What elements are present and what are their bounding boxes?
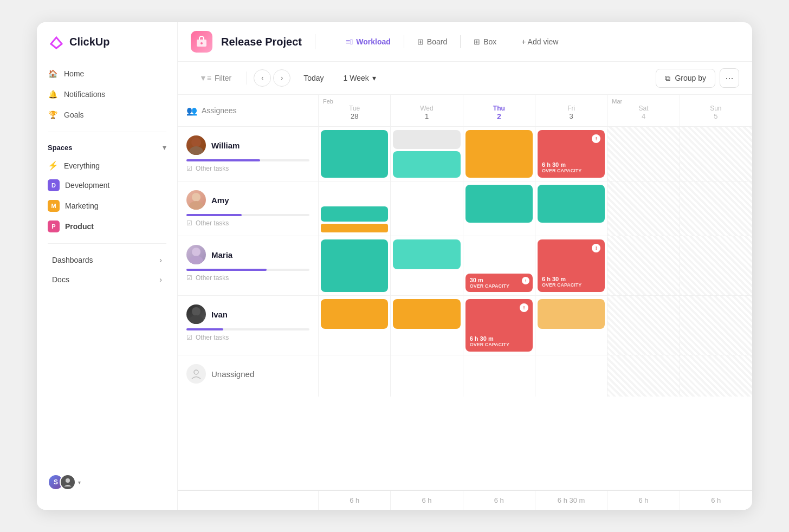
- filter-button[interactable]: ▼≡ Filter: [191, 69, 240, 87]
- nav-arrows: ‹ ›: [254, 69, 290, 87]
- week-selector-button[interactable]: 1 Week ▾: [337, 70, 383, 86]
- maria-row: Maria ☑ Other tasks: [178, 236, 752, 296]
- today-button[interactable]: Today: [297, 70, 330, 86]
- ivan-task-tue[interactable]: [321, 299, 388, 329]
- space-marketing[interactable]: M Marketing: [41, 196, 173, 216]
- toolbar-divider-1: [247, 72, 247, 85]
- william-fri3-over: ! 6 h 30 m OVER CAPACITY: [535, 127, 607, 181]
- spaces-header[interactable]: Spaces ▾: [37, 139, 177, 156]
- ivan-wed1: [391, 296, 463, 355]
- william-sat4: [607, 127, 680, 181]
- unassigned-avatar: [186, 364, 206, 384]
- unassigned-name: Unassigned: [211, 369, 254, 379]
- space-development[interactable]: D Development: [41, 175, 173, 196]
- header-tabs: ≡⃝ Workload ⊞ Board ⊞ Box: [337, 33, 505, 50]
- unassigned-header: Unassigned: [186, 364, 309, 384]
- user-avatars[interactable]: S: [48, 474, 72, 490]
- dashboards-section[interactable]: Dashboards ›: [41, 250, 173, 270]
- maria-sat4: [607, 236, 680, 295]
- nav-home[interactable]: 🏠 Home: [41, 63, 173, 84]
- spaces-label: Spaces: [48, 144, 73, 152]
- unassigned-sat4: [607, 355, 680, 397]
- amy-row: Amy ☑ Other tasks: [178, 181, 752, 236]
- nav-goals-label: Goals: [64, 111, 84, 119]
- ivan-over-label: 6 h 30 m: [470, 335, 528, 342]
- space-everything[interactable]: ⚡ Everything: [41, 156, 173, 175]
- d28-label: 28: [351, 112, 358, 120]
- empty-month2: .: [498, 98, 500, 105]
- col-header-fri3: . Fri 3: [535, 95, 607, 126]
- more-options-button[interactable]: ···: [720, 68, 739, 88]
- ivan-row: Ivan ☑ Other tasks: [178, 296, 752, 355]
- ivan-tasks-label: Other tasks: [196, 334, 229, 341]
- unassigned-wed1: [391, 355, 463, 397]
- main-content: Release Project ≡⃝ Workload ⊞ Board ⊞ Bo…: [178, 22, 752, 510]
- warning-icon-ivan: !: [520, 303, 528, 312]
- footer-sat: 6 h: [607, 491, 680, 510]
- amy-tasks-label: Other tasks: [196, 219, 229, 227]
- ivan-task-wed[interactable]: [393, 299, 460, 329]
- prev-arrow-button[interactable]: ‹: [254, 69, 271, 87]
- tab-board[interactable]: ⊞ Board: [409, 33, 456, 50]
- docs-section[interactable]: Docs ›: [41, 270, 173, 289]
- svg-point-2: [201, 42, 203, 44]
- footer-fri: 6 h 30 m: [535, 491, 607, 510]
- nav-notifications[interactable]: 🔔 Notifications: [41, 84, 173, 105]
- amy-sun5: [680, 181, 752, 236]
- ivan-sat4: [607, 296, 680, 355]
- everything-icon: ⚡: [48, 160, 59, 171]
- tab-workload[interactable]: ≡⃝ Workload: [337, 33, 399, 50]
- maria-task-tue[interactable]: [321, 239, 388, 292]
- next-arrow-button[interactable]: ›: [273, 69, 290, 87]
- docs-chevron-icon: ›: [159, 275, 162, 284]
- header-divider-1: [315, 34, 315, 49]
- ivan-avatar: [186, 304, 206, 324]
- amy-task-orange-small[interactable]: [321, 224, 388, 232]
- spaces-chevron-icon: ▾: [163, 143, 166, 152]
- maria-thu2: ! 30 m OVER CAPACITY: [463, 236, 535, 295]
- group-by-button[interactable]: ⧉ Group by: [656, 69, 715, 88]
- amy-task-thu[interactable]: [465, 185, 533, 223]
- footer-tue: 6 h: [319, 491, 391, 510]
- d2-label: 2: [497, 112, 501, 121]
- marketing-icon: M: [48, 200, 60, 212]
- calendar-area: 👥 Assignees Feb Tue 28 . Wed 1 .: [178, 95, 752, 510]
- layers-icon: ⧉: [665, 74, 670, 83]
- maria-other-tasks: ☑ Other tasks: [186, 274, 309, 282]
- nav-home-label: Home: [64, 69, 84, 78]
- main-nav: 🏠 Home 🔔 Notifications 🏆 Goals: [37, 63, 177, 125]
- space-marketing-label: Marketing: [65, 202, 98, 210]
- svg-point-5: [192, 193, 201, 202]
- filter-icon: ▼≡: [199, 74, 211, 82]
- ivan-fri3: [535, 296, 607, 355]
- william-task-tue[interactable]: [321, 130, 388, 178]
- amy-fri3: [535, 181, 607, 236]
- toolbar-right: ⧉ Group by ···: [656, 68, 739, 88]
- svg-point-8: [189, 256, 203, 264]
- svg-point-11: [194, 370, 198, 374]
- ivan-task-fri[interactable]: [538, 299, 605, 329]
- ivan-over-capacity: ! 6 h 30 m OVER CAPACITY: [465, 299, 533, 352]
- week-chevron-icon: ▾: [372, 74, 376, 82]
- william-task-wed[interactable]: [393, 151, 460, 178]
- amy-sat4: [607, 181, 680, 236]
- amy-info: Amy ☑ Other tasks: [178, 181, 319, 236]
- space-product[interactable]: P Product: [41, 216, 173, 237]
- assignees-label: Assignees: [202, 106, 237, 115]
- maria-task-wed[interactable]: [393, 239, 460, 269]
- ivan-over-sub: OVER CAPACITY: [470, 342, 528, 347]
- spaces-list: ⚡ Everything D Development M Marketing P…: [37, 156, 177, 237]
- svg-point-0: [66, 478, 70, 483]
- workload-tab-label: Workload: [356, 37, 391, 46]
- maria-progress-bg: [186, 269, 309, 271]
- amy-task-green-small[interactable]: [321, 206, 388, 222]
- board-tab-label: Board: [427, 37, 447, 46]
- dashboards-chevron-icon: ›: [159, 256, 162, 264]
- tab-box[interactable]: ⊞ Box: [465, 33, 505, 50]
- ivan-header: Ivan: [186, 304, 309, 324]
- empty-month: .: [426, 98, 428, 105]
- add-view-button[interactable]: + Add view: [514, 33, 566, 50]
- nav-goals[interactable]: 🏆 Goals: [41, 105, 173, 125]
- amy-task-fri[interactable]: [538, 185, 605, 223]
- william-task-thu[interactable]: [465, 130, 533, 178]
